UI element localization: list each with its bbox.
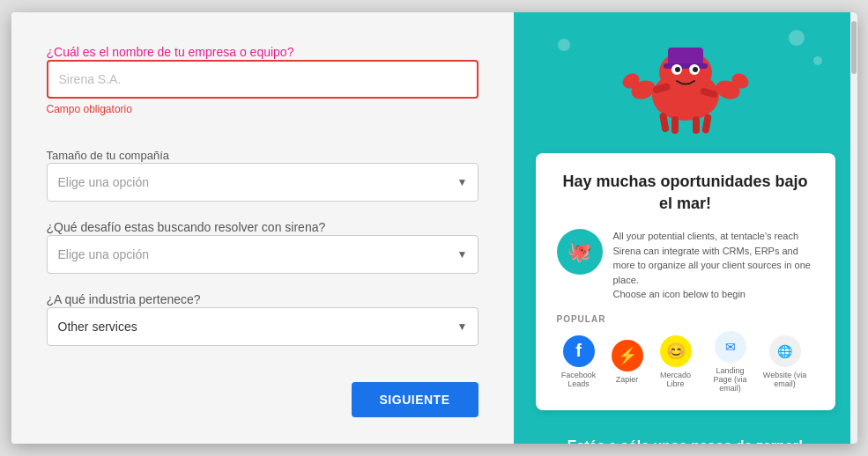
company-name-input[interactable] [47,60,479,99]
challenge-select[interactable]: Elige una opción [47,235,479,274]
company-name-label: ¿Cuál es el nombre de tu empresa o equip… [47,45,294,59]
info-card: Hay muchas oportunidades bajo el mar! 🐙 … [536,153,835,410]
integration-facebook[interactable]: f Facebook Leads [557,335,601,388]
bubble-decoration-1 [789,30,805,46]
zapier-icon: ⚡ [612,340,643,371]
website-icon: 🌐 [769,335,801,367]
mercadolibre-icon: 😊 [660,335,692,367]
modal-container: ¿Cuál es el nombre de tu empresa o equip… [11,12,857,444]
landing-page-icon: ✉ [715,331,746,363]
form-bottom-bar: SIGUIENTE [47,364,479,417]
facebook-label: Facebook Leads [557,371,601,388]
siguiente-button[interactable]: SIGUIENTE [352,382,479,417]
company-name-field-group: ¿Cuál es el nombre de tu empresa o equip… [47,44,479,129]
left-panel: ¿Cuál es el nombre de tu empresa o equip… [11,12,514,444]
website-label: Website (via email) [763,371,807,388]
octopus-text: All your potential clients, at tentacle'… [613,229,814,302]
integration-zapier[interactable]: ⚡ Zapier [612,340,643,384]
popular-label: POPULAR [557,314,814,324]
svg-point-7 [693,67,698,72]
scroll-thumb [851,21,857,74]
integration-mercadolibre[interactable]: 😊 Mercado Libre [654,335,698,388]
industry-select-wrapper: Other services ▼ [47,307,479,346]
right-panel: Hay muchas oportunidades bajo el mar! 🐙 … [514,12,857,444]
challenge-label: ¿Qué desafío estas buscando resolver con… [47,220,326,234]
crab-icon [615,12,756,153]
bottom-caption: Estás a sólo unos pasos de zarpar! [546,424,825,444]
svg-point-6 [675,67,680,72]
octopus-row: 🐙 All your potential clients, at tentacl… [557,229,814,302]
mercadolibre-label: Mercado Libre [654,371,698,388]
company-size-label: Tamaño de tu compañía [47,149,169,162]
integrations-row: f Facebook Leads ⚡ Zapier 😊 Mercado Libr… [557,331,814,393]
challenge-select-wrapper: Elige una opción ▼ [47,235,479,274]
industry-select[interactable]: Other services [47,307,479,346]
modal-overlay: ¿Cuál es el nombre de tu empresa o equip… [0,0,868,456]
facebook-icon: f [563,335,595,367]
zapier-label: Zapier [616,375,639,384]
svg-rect-16 [693,116,700,134]
info-card-title: Hay muchas oportunidades bajo el mar! [557,171,814,215]
integration-website[interactable]: 🌐 Website (via email) [763,335,807,388]
challenge-field-group: ¿Qué desafío estas buscando resolver con… [47,219,479,274]
company-size-select-wrapper: Elige una opción ▼ [47,163,479,202]
octopus-icon: 🐙 [557,229,603,275]
company-size-select[interactable]: Elige una opción [47,163,479,202]
landing-label: Landing Page (via email) [708,366,753,393]
crab-illustration-area [514,12,857,153]
bubble-decoration-3 [558,39,570,51]
scrollbar[interactable] [850,12,857,444]
company-size-field-group: Tamaño de tu compañía Elige una opción ▼ [47,147,479,202]
industry-field-group: ¿A qué industria pertenece? Other servic… [47,291,479,346]
integration-landing[interactable]: ✉ Landing Page (via email) [708,331,753,393]
svg-rect-15 [671,116,679,134]
svg-rect-3 [664,63,708,69]
bubble-decoration-2 [813,56,822,65]
industry-label: ¿A qué industria pertenece? [47,292,201,306]
bottom-caption-text: Estás a sólo unos pasos de zarpar! [568,438,804,444]
company-name-error: Campo obligatorio [47,103,479,115]
